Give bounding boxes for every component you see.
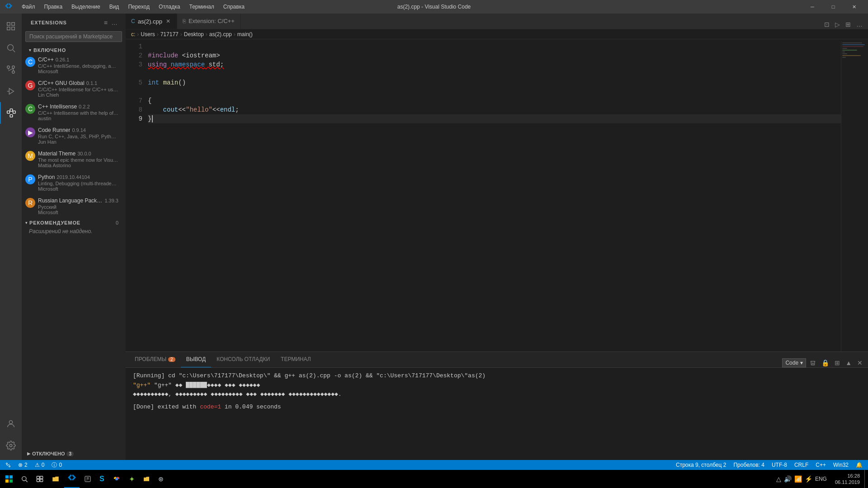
warning-status[interactable]: ⚠ 0 (33, 462, 47, 468)
tab-problems[interactable]: ПРОБЛЕМЫ 2 (129, 352, 181, 367)
close-panel-button[interactable]: ✕ (855, 358, 864, 367)
cursor-position-status[interactable]: Строка 9, столбец 2 (674, 462, 728, 468)
svg-point-7 (12, 71, 15, 74)
vscode-taskbar-button[interactable] (64, 470, 80, 488)
menu-terminal[interactable]: Терминал (184, 2, 218, 12)
svg-point-19 (9, 444, 12, 447)
menu-help[interactable]: Справка (219, 2, 249, 12)
list-item[interactable]: C C++ Intellisense 0.2.2 C/C++ Intellise… (22, 101, 126, 124)
breadcrumb-function[interactable]: main() (237, 31, 253, 38)
menu-selection[interactable]: Выделение (67, 2, 105, 12)
breadcrumb-file[interactable]: as(2).cpp (209, 31, 232, 38)
extension-info: Python 2019.10.44104 Linting, Debugging … (38, 174, 118, 192)
code-line-9: } (148, 114, 841, 123)
start-button[interactable] (2, 470, 16, 488)
indentation-status[interactable]: Пробелов: 4 (731, 462, 766, 468)
calculator-taskbar-button[interactable] (80, 470, 95, 488)
list-item[interactable]: M Material Theme 30.0.0 The most epic th… (22, 148, 126, 171)
folder-taskbar-button[interactable] (139, 470, 154, 488)
activity-search[interactable] (0, 37, 22, 59)
list-item[interactable]: C C/C++ 0.26.1 C/C++ IntelliSense, debug… (22, 54, 126, 77)
breadcrumb-desktop[interactable]: Desktop (184, 31, 204, 38)
menu-view[interactable]: Вид (105, 2, 124, 12)
other-browser-taskbar-button[interactable]: ✦ (125, 470, 138, 488)
maximize-panel-button[interactable]: ▲ (844, 358, 854, 367)
language-status[interactable]: C++ (814, 462, 828, 468)
more-editor-actions[interactable]: … (854, 20, 864, 29)
tab-debug-console[interactable]: КОНСОЛЬ ОТЛАДКИ (211, 352, 275, 367)
menu-debug[interactable]: Отладка (154, 2, 184, 12)
chrome-taskbar-button[interactable] (109, 470, 124, 488)
breadcrumb-users[interactable]: Users (141, 31, 155, 38)
list-item[interactable]: P Python 2019.10.44104 Linting, Debuggin… (22, 171, 126, 195)
power-icon[interactable]: ⚡ (805, 475, 812, 483)
close-button[interactable]: ✕ (844, 0, 864, 14)
extension-icon: G (25, 80, 35, 90)
tab-extension-cpp[interactable]: ⎘ Extension: C/C++ (177, 14, 241, 29)
lock-scroll-button[interactable]: 🔒 (820, 358, 831, 367)
activity-settings[interactable] (0, 435, 22, 456)
activity-explorer[interactable] (0, 15, 22, 37)
extension-author: Jun Han (38, 139, 118, 145)
taskbar-clock[interactable]: 16:28 06.11.2019 (831, 473, 863, 486)
encoding-status[interactable]: UTF-8 (770, 462, 789, 468)
git-branch-status[interactable] (4, 462, 13, 468)
notification-status[interactable]: 🔔 (854, 462, 864, 468)
error-status[interactable]: ⊗ 2 (16, 462, 29, 468)
extension-icon: P (25, 174, 35, 184)
split-editor-button[interactable]: ⊡ (822, 20, 831, 29)
minimize-button[interactable]: ─ (802, 0, 823, 14)
menu-goto[interactable]: Переход (123, 2, 154, 12)
clear-output-button[interactable] (808, 359, 818, 367)
svg-rect-14 (7, 111, 10, 113)
breadcrumb-717177[interactable]: 717177 (160, 31, 179, 38)
activity-extensions[interactable] (0, 102, 22, 124)
show-desktop-button[interactable] (864, 470, 866, 488)
extension-search-input[interactable] (25, 31, 122, 42)
svg-point-39 (115, 478, 118, 480)
output-source-dropdown[interactable]: Code ▾ (782, 358, 806, 367)
steam-taskbar-button[interactable]: ⊛ (155, 470, 167, 488)
toggle-panel-button[interactable]: ⊞ (844, 20, 853, 29)
filter-icon[interactable]: ≡ (103, 18, 108, 27)
code-editor[interactable]: 1 2 3 5 7 8 9 #include <iostream> using … (126, 39, 868, 352)
activity-scm[interactable] (0, 59, 22, 80)
language-indicator[interactable]: ENG (815, 476, 827, 482)
info-status[interactable]: ⓘ 0 (50, 461, 64, 469)
svg-rect-3 (12, 27, 14, 30)
activity-debug[interactable] (0, 80, 22, 102)
volume-icon[interactable]: 🔊 (784, 475, 792, 483)
search-taskbar-button[interactable] (17, 470, 32, 488)
tab-bar: C as(2).cpp ✕ ⎘ Extension: C/C++ ⊡ ▷ ⊞ … (126, 14, 868, 29)
recommended-section-header[interactable]: ▾ РЕКОМЕНДУЕМОЕ 0 (22, 218, 126, 226)
platform-status[interactable]: Win32 (831, 462, 850, 468)
skype-taskbar-button[interactable]: S (96, 470, 108, 488)
network-icon[interactable]: 📶 (794, 475, 802, 483)
menu-file[interactable]: Файл (17, 2, 40, 12)
code-content[interactable]: #include <iostream> using namespace std;… (146, 41, 841, 352)
tab-terminal[interactable]: ТЕРМИНАЛ (275, 352, 316, 367)
breadcrumb-c[interactable]: c: (131, 31, 135, 38)
tray-arrow-icon[interactable]: △ (776, 475, 781, 483)
tab-close-button[interactable]: ✕ (165, 18, 171, 25)
maximize-button[interactable]: □ (823, 0, 844, 14)
menu-edit[interactable]: Правка (40, 2, 67, 12)
recommended-label: РЕКОМЕНДУЕМОЕ (29, 220, 80, 225)
more-actions-icon[interactable]: … (110, 18, 118, 27)
enabled-section-label[interactable]: ▾ ВКЛЮЧЕНО (22, 46, 126, 54)
tab-as2-cpp[interactable]: C as(2).cpp ✕ (126, 14, 177, 29)
activity-account[interactable] (0, 413, 22, 435)
debug-console-tab-label: КОНСОЛЬ ОТЛАДКИ (217, 356, 270, 362)
disconnected-section-label[interactable]: ▶ ОТКЛЮЧЕНО 3 (25, 449, 122, 458)
file-explorer-taskbar-button[interactable] (48, 470, 63, 488)
list-item[interactable]: R Russian Language Pack for V... 1.39.3 … (22, 195, 126, 218)
extension-author: Microsoft (38, 69, 118, 74)
tab-output[interactable]: ВЫВОД (181, 352, 211, 367)
run-button[interactable]: ▷ (833, 20, 842, 29)
list-item[interactable]: ▶ Code Runner 0.9.14 Run C, C++, Java, J… (22, 124, 126, 148)
list-item[interactable]: G C/C++ GNU Global 0.1.1 C/C/C++ Intelli… (22, 77, 126, 101)
task-view-button[interactable] (33, 470, 47, 488)
copy-output-button[interactable]: ⊞ (833, 358, 842, 367)
code-line-4 (148, 69, 841, 78)
line-ending-status[interactable]: CRLF (793, 462, 810, 468)
